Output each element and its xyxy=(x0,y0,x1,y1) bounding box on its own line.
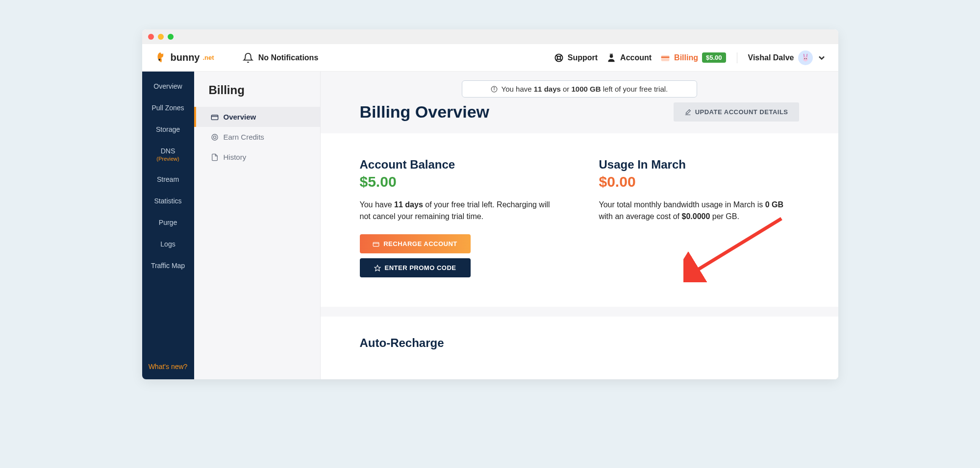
main-content: You have 11 days or 1000 GB left of your… xyxy=(321,72,838,379)
card-icon xyxy=(373,241,379,247)
account-link[interactable]: Account xyxy=(606,53,652,63)
usage-amount: $0.00 xyxy=(599,173,799,190)
target-icon xyxy=(211,133,219,141)
svg-line-3 xyxy=(556,55,557,56)
recharge-account-button[interactable]: RECHARGE ACCOUNT xyxy=(360,234,471,253)
window-titlebar xyxy=(142,29,838,44)
secondary-nav: Billing Overview Earn Credits History xyxy=(194,72,321,379)
svg-point-11 xyxy=(803,56,808,61)
notifications-text: No Notifications xyxy=(258,53,319,62)
secondary-nav-title: Billing xyxy=(194,83,320,107)
nav-logs[interactable]: Logs xyxy=(142,233,194,255)
nav-whatsnew[interactable]: What's new? xyxy=(142,354,194,379)
svg-line-4 xyxy=(560,55,561,56)
nav-purge[interactable]: Purge xyxy=(142,212,194,233)
card-small-icon xyxy=(211,113,219,121)
card-icon xyxy=(660,53,670,63)
svg-point-17 xyxy=(213,136,216,138)
chevron-down-icon xyxy=(817,53,827,63)
svg-rect-21 xyxy=(373,242,379,246)
user-icon xyxy=(606,53,616,63)
app-window: bunny.net No Notifications Support Accou… xyxy=(142,29,838,379)
svg-rect-10 xyxy=(661,56,670,58)
topbar: bunny.net No Notifications Support Accou… xyxy=(142,44,838,72)
logo-suffix: .net xyxy=(203,54,214,61)
svg-marker-23 xyxy=(375,265,380,271)
window-minimize-icon[interactable] xyxy=(158,34,164,40)
nav-statistics[interactable]: Statistics xyxy=(142,190,194,212)
trial-prefix: You have xyxy=(502,85,534,93)
bell-icon xyxy=(243,52,253,63)
auto-recharge-section: Auto-Recharge xyxy=(321,317,838,379)
main-header: Billing Overview UPDATE ACCOUNT DETAILS xyxy=(321,98,838,133)
account-label: Account xyxy=(620,53,652,62)
update-account-label: UPDATE ACCOUNT DETAILS xyxy=(695,108,788,116)
subnav-history[interactable]: History xyxy=(194,147,320,167)
notifications[interactable]: No Notifications xyxy=(243,52,319,63)
svg-line-6 xyxy=(560,59,561,60)
svg-point-2 xyxy=(557,56,560,59)
user-menu[interactable]: Vishal Dalve xyxy=(748,50,827,65)
enter-promo-button[interactable]: ENTER PROMO CODE xyxy=(360,258,471,277)
nav-overview[interactable]: Overview xyxy=(142,75,194,97)
svg-point-16 xyxy=(212,134,218,140)
nav-trafficmap[interactable]: Traffic Map xyxy=(142,255,194,276)
balance-usage-card: Account Balance $5.00 You have 11 days o… xyxy=(321,133,838,307)
balance-desc: You have 11 days of your free trial left… xyxy=(360,199,560,222)
avatar-bunny-icon xyxy=(801,53,810,63)
trial-gb: 1000 GB xyxy=(572,85,601,93)
billing-label: Billing xyxy=(674,53,698,62)
window-close-icon[interactable] xyxy=(148,34,154,40)
balance-badge: $5.00 xyxy=(702,52,726,63)
bunny-logo-icon xyxy=(154,50,169,65)
logo-text: bunny xyxy=(171,52,200,63)
trial-days: 11 days xyxy=(534,85,561,93)
trial-banner: You have 11 days or 1000 GB left of your… xyxy=(462,80,697,98)
nav-storage[interactable]: Storage xyxy=(142,119,194,140)
lifebuoy-icon xyxy=(554,53,564,63)
nav-dns-preview: (Preview) xyxy=(142,156,194,169)
usage-heading: Usage In March xyxy=(599,158,799,172)
logo[interactable]: bunny.net xyxy=(154,50,214,65)
nav-pullzones[interactable]: Pull Zones xyxy=(142,97,194,119)
svg-point-20 xyxy=(494,88,494,88)
svg-rect-14 xyxy=(211,115,218,120)
svg-line-5 xyxy=(556,59,557,60)
svg-point-13 xyxy=(805,58,806,59)
auto-recharge-heading: Auto-Recharge xyxy=(360,336,799,350)
user-name: Vishal Dalve xyxy=(748,53,794,62)
edit-icon xyxy=(684,109,691,116)
svg-point-0 xyxy=(158,58,160,60)
document-icon xyxy=(211,153,219,161)
update-account-button[interactable]: UPDATE ACCOUNT DETAILS xyxy=(674,102,799,122)
svg-rect-9 xyxy=(661,55,670,61)
topbar-divider xyxy=(737,52,737,63)
svg-point-7 xyxy=(610,54,613,58)
svg-rect-8 xyxy=(610,53,613,54)
trial-mid: or xyxy=(561,85,572,93)
subnav-overview-label: Overview xyxy=(224,113,256,121)
window-maximize-icon[interactable] xyxy=(168,34,174,40)
svg-point-12 xyxy=(804,58,805,59)
account-balance-col: Account Balance $5.00 You have 11 days o… xyxy=(360,158,560,282)
usage-col: Usage In March $0.00 Your total monthly … xyxy=(599,158,799,282)
support-link[interactable]: Support xyxy=(554,53,598,63)
primary-nav: Overview Pull Zones Storage DNS (Preview… xyxy=(142,72,194,379)
avatar xyxy=(798,50,813,65)
subnav-earn-credits[interactable]: Earn Credits xyxy=(194,127,320,147)
support-label: Support xyxy=(568,53,598,62)
billing-link[interactable]: Billing $5.00 xyxy=(660,52,726,63)
page-title: Billing Overview xyxy=(360,102,490,122)
info-icon xyxy=(491,86,498,93)
star-icon xyxy=(374,265,381,271)
recharge-label: RECHARGE ACCOUNT xyxy=(383,240,457,247)
subnav-overview[interactable]: Overview xyxy=(194,107,320,127)
nav-stream[interactable]: Stream xyxy=(142,169,194,190)
balance-amount: $5.00 xyxy=(360,173,560,190)
subnav-history-label: History xyxy=(224,153,247,161)
promo-label: ENTER PROMO CODE xyxy=(385,264,456,271)
usage-desc: Your total monthly bandwidth usage in Ma… xyxy=(599,199,799,222)
balance-heading: Account Balance xyxy=(360,158,560,172)
app-body: Overview Pull Zones Storage DNS (Preview… xyxy=(142,72,838,379)
subnav-earn-label: Earn Credits xyxy=(224,133,264,141)
